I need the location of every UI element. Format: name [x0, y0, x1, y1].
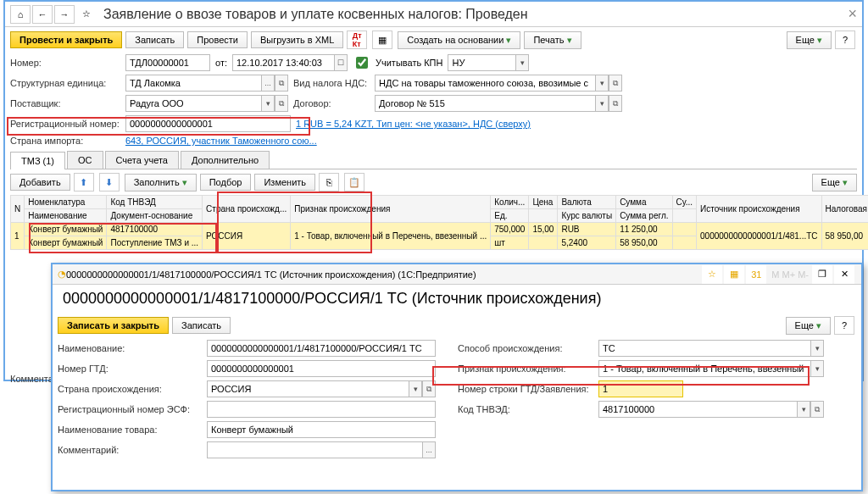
popup-titlebar: ◔ 0000000000000001/1/4817100000/РОССИЯ/1… [53, 264, 861, 285]
reg-num-label: Регистрационный номер: [10, 119, 120, 129]
table-row[interactable]: 1 Конверт бумажный 4817100000 РОССИЯ 1 -… [11, 223, 869, 236]
popup-comment-label: Комментарий: [58, 445, 202, 455]
vat-kind-input[interactable] [375, 75, 595, 92]
rate-link[interactable]: 1 RUB = 5,24 KZT, Тип цен: <не указан>, … [296, 119, 531, 129]
date-label: от: [215, 58, 227, 68]
gtd-label: Номер ГТД: [58, 364, 202, 374]
create-based-button[interactable]: Создать на основании [398, 31, 520, 49]
tabs: ТМЗ (1) ОС Счета учета Дополнительно [10, 151, 857, 169]
star-icon[interactable]: ☆ [76, 5, 97, 24]
calendar-icon[interactable]: ☐ [334, 54, 348, 71]
account-kpn-checkbox[interactable] [356, 57, 368, 69]
app-icon: ◔ [58, 269, 66, 280]
home-icon[interactable]: ⌂ [10, 5, 31, 24]
popup-help-icon[interactable]: ? [834, 316, 854, 335]
items-table: N Номенклатура Код ТНВЭД Страна происхож… [10, 195, 868, 250]
titlebar: ⌂ ← → ☆ Заявление о ввозе товаров и упла… [5, 2, 862, 27]
contract-label: Договор: [293, 98, 370, 108]
more-button[interactable]: Еще [787, 31, 832, 49]
account-kpn-label: Учитывать КПН [376, 58, 443, 68]
calc-icon[interactable]: ▦ [724, 265, 744, 284]
tab-tmz[interactable]: ТМЗ (1) [10, 152, 65, 169]
esf-reg-input[interactable] [207, 401, 436, 418]
number-input[interactable] [125, 54, 210, 71]
tab-os[interactable]: ОС [67, 151, 103, 169]
add-button[interactable]: Добавить [10, 174, 70, 191]
close-icon[interactable]: × [848, 5, 857, 23]
select-button[interactable]: Подбор [200, 174, 252, 191]
import-country-label: Страна импорта: [10, 136, 120, 146]
fav-icon[interactable]: ☆ [702, 265, 722, 284]
forward-icon[interactable]: → [54, 5, 75, 24]
gtd-input[interactable] [207, 360, 436, 377]
print-button[interactable]: Печать [524, 31, 581, 49]
origin-sign-input[interactable] [598, 360, 810, 377]
tab-extra[interactable]: Дополнительно [181, 151, 270, 169]
back-icon[interactable]: ← [32, 5, 53, 24]
popup-name-label: Наименование: [58, 343, 202, 353]
window-title: Заявление о ввозе товаров и уплате косве… [103, 7, 848, 22]
origin-method-label: Способ происхождения: [458, 343, 593, 353]
origin-method-input[interactable] [598, 340, 810, 357]
tab-accounts[interactable]: Счета учета [105, 151, 179, 169]
write-button[interactable]: Записать [125, 31, 184, 48]
popup-tnved-label: Код ТНВЭД: [458, 404, 593, 414]
popup-window-title: 0000000000000001/1/4817100000/РОССИЯ/1 Т… [66, 269, 702, 280]
country-input[interactable] [207, 380, 409, 397]
struct-input[interactable] [125, 75, 261, 92]
nu-input[interactable] [448, 54, 515, 71]
origin-popup: ◔ 0000000000000001/1/4817100000/РОССИЯ/1… [51, 263, 863, 491]
popup-heading: 0000000000000001/1/4817100000/РОССИЯ/1 Т… [63, 290, 851, 308]
up-icon[interactable]: ⬆ [74, 173, 94, 191]
supplier-label: Поставщик: [10, 98, 120, 108]
popup-name-input[interactable] [207, 340, 436, 357]
copy-icon[interactable]: ⎘ [319, 173, 339, 191]
origin-sign-label: Признак происхождения: [458, 364, 593, 374]
gtd-line-input[interactable] [598, 380, 683, 397]
export-xml-button[interactable]: Выгрузить в XML [251, 31, 343, 48]
post-close-button[interactable]: Провести и закрыть [10, 31, 122, 48]
popup-write-close-button[interactable]: Записать и закрыть [58, 317, 169, 334]
popup-tnved-input[interactable] [598, 401, 797, 418]
vat-kind-label: Вид налога НДС: [293, 78, 370, 88]
edit-button[interactable]: Изменить [254, 174, 315, 191]
popup-close-icon[interactable]: ✕ [834, 265, 854, 284]
dt-kt-icon[interactable]: ДтКт [347, 31, 367, 49]
table-more-button[interactable]: Еще [812, 174, 857, 191]
contract-input[interactable] [375, 95, 595, 112]
number-label: Номер: [10, 58, 120, 68]
down-icon[interactable]: ⬇ [99, 173, 120, 191]
comment-label: Коммента [10, 374, 53, 384]
country-label: Страна происхождения: [58, 384, 202, 394]
help-icon[interactable]: ? [835, 31, 855, 49]
struct-label: Структурная единица: [10, 78, 120, 88]
supplier-input[interactable] [125, 95, 261, 112]
date-input[interactable] [232, 54, 334, 71]
post-button[interactable]: Провести [187, 31, 248, 48]
import-country-link[interactable]: 643, РОССИЯ, участник Таможенного сою... [125, 136, 317, 146]
good-name-label: Наименование товара: [58, 425, 202, 435]
reg-num-input[interactable] [125, 115, 291, 132]
registry-icon[interactable]: ▦ [372, 31, 392, 49]
good-name-input[interactable] [207, 421, 436, 438]
table-toolbar: Добавить ⬆ ⬇ Заполнить Подбор Изменить ⎘… [5, 169, 862, 195]
cal-icon[interactable]: 31 [746, 265, 766, 284]
dropdown-icon[interactable]: ▾ [515, 54, 529, 71]
popup-more-button[interactable]: Еще [786, 317, 831, 335]
paste-icon[interactable]: 📋 [344, 173, 364, 191]
esf-reg-label: Регистрационный номер ЭСФ: [58, 404, 202, 414]
popup-write-button[interactable]: Записать [172, 317, 231, 334]
popup-comment-input[interactable] [207, 441, 422, 458]
restore-icon[interactable]: ❐ [812, 265, 832, 284]
fill-button[interactable]: Заполнить [125, 174, 197, 191]
gtd-line-label: Номер строки ГТД/Заявления: [458, 384, 593, 394]
main-toolbar: Провести и закрыть Записать Провести Выг… [5, 27, 862, 53]
